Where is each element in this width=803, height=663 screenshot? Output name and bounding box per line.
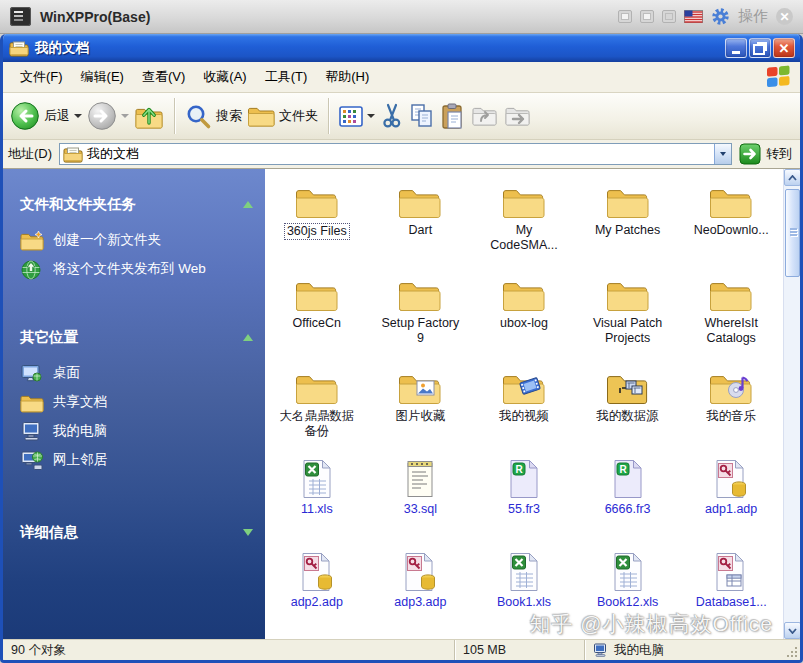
back-icon[interactable] [10,101,40,131]
go-arrow-icon[interactable] [739,143,761,165]
task-pane-item[interactable]: 共享文档 [20,392,253,413]
scroll-up-icon[interactable] [784,169,801,186]
paste-button[interactable] [440,103,466,130]
views-button[interactable] [339,106,375,127]
menu-item[interactable]: 帮助(H) [316,64,378,90]
up-button[interactable] [134,103,164,129]
copy-to-icon[interactable] [504,104,532,128]
folder-icon[interactable] [606,174,650,220]
access-icon[interactable] [714,546,748,592]
excel-icon[interactable] [301,453,333,499]
adp-icon[interactable] [403,546,437,592]
file-item[interactable]: R6666.fr3 [576,453,680,546]
menu-item[interactable]: 文件(F) [11,64,72,90]
address-input[interactable]: 我的文档 [59,143,732,165]
copy-icon[interactable] [409,103,435,129]
file-item[interactable]: 11.xls [265,453,369,546]
folder-icon[interactable] [502,267,546,313]
minimize-button[interactable] [725,38,747,58]
datasource-folder-icon[interactable] [606,360,650,406]
file-item[interactable]: 我的视频 [472,360,576,453]
menu-item[interactable]: 工具(T) [256,64,317,90]
task-pane-item[interactable]: 将这个文件夹发布到 Web [20,259,253,280]
folder-icon[interactable] [709,174,753,220]
back-dropdown-icon[interactable] [74,114,82,118]
folder-icon[interactable] [709,267,753,313]
address-dropdown-icon[interactable] [714,144,731,164]
folders-icon[interactable] [247,105,275,127]
vertical-scrollbar[interactable] [783,169,800,639]
copy-to-button[interactable] [504,104,532,128]
task-pane-item[interactable]: 桌面 [20,363,253,384]
file-item[interactable]: 图片收藏 [369,360,473,453]
adp-icon[interactable] [714,453,748,499]
restore-button[interactable] [749,38,771,58]
copy-button[interactable] [409,103,435,129]
collapse-icon[interactable] [243,334,253,341]
vm-window-state-icon[interactable] [662,10,676,23]
fr3-icon[interactable]: R [612,453,644,499]
search-button[interactable]: 搜索 [185,103,242,130]
views-icon[interactable] [339,106,363,127]
file-item[interactable]: adp1.adp [679,453,783,546]
file-item[interactable]: Dart [369,174,473,267]
file-item[interactable]: Visual Patch Projects [576,267,680,360]
file-item[interactable]: R55.fr3 [472,453,576,546]
file-item[interactable]: 大名鼎鼎数据备份 [265,360,369,453]
sql-icon[interactable] [404,453,436,499]
forward-button[interactable] [87,101,129,131]
vm-window-state-icon[interactable] [618,10,632,23]
menu-item[interactable]: 查看(V) [133,64,194,90]
scroll-down-icon[interactable] [784,622,801,639]
forward-icon[interactable] [87,101,117,131]
vm-action-menu[interactable]: 操作 [738,7,768,26]
folder-icon[interactable] [398,267,442,313]
back-button[interactable]: 后退 [10,101,82,131]
vm-window-state-icon[interactable] [640,10,654,23]
folder-icon[interactable] [606,267,650,313]
task-pane-item[interactable]: 网上邻居 [20,450,253,471]
file-item[interactable]: Setup Factory 9 [369,267,473,360]
cut-icon[interactable] [380,103,404,129]
video-folder-icon[interactable] [502,360,546,406]
cut-button[interactable] [380,103,404,129]
scrollbar-thumb[interactable] [785,189,800,277]
keyboard-layout-flag-icon[interactable] [684,10,703,23]
expand-icon[interactable] [243,529,253,536]
menu-item[interactable]: 编辑(E) [72,64,133,90]
file-item[interactable]: adp2.adp [265,546,369,639]
menu-item[interactable]: 收藏(A) [194,64,255,90]
folder-icon[interactable] [398,174,442,220]
vm-close-icon[interactable]: ✕ [776,8,793,25]
file-item[interactable]: 33.sql [369,453,473,546]
file-item[interactable]: WhereIsIt Catalogs [679,267,783,360]
task-pane-item[interactable]: 创建一个新文件夹 [20,230,253,251]
task-pane-section-header[interactable]: 文件和文件夹任务 [20,195,253,214]
adp-icon[interactable] [300,546,334,592]
file-item[interactable]: Book1.xls [472,546,576,639]
file-item[interactable]: 360js Files [265,174,369,267]
excel-icon[interactable] [612,546,644,592]
file-item[interactable]: 我的音乐 [679,360,783,453]
folder-icon[interactable] [295,267,339,313]
file-item[interactable]: OfficeCn [265,267,369,360]
views-dropdown-icon[interactable] [367,114,375,118]
search-icon[interactable] [185,103,212,130]
go-button[interactable]: 转到 [739,143,795,165]
file-item[interactable]: NeoDownlo... [679,174,783,267]
scrollbar-track[interactable] [784,186,801,622]
paste-icon[interactable] [440,103,466,130]
pictures-folder-icon[interactable] [398,360,442,406]
file-item[interactable]: ubox-log [472,267,576,360]
move-to-icon[interactable] [471,104,499,128]
task-pane-section-header[interactable]: 详细信息 [20,523,253,542]
up-folder-icon[interactable] [134,103,164,129]
excel-icon[interactable] [508,546,540,592]
folder-icon[interactable] [502,174,546,220]
forward-dropdown-icon[interactable] [121,114,129,118]
folders-button[interactable]: 文件夹 [247,105,318,127]
music-folder-icon[interactable] [709,360,753,406]
task-pane-item[interactable]: 我的电脑 [20,421,253,442]
file-item[interactable]: 我的数据源 [576,360,680,453]
file-item[interactable]: adp3.adp [369,546,473,639]
